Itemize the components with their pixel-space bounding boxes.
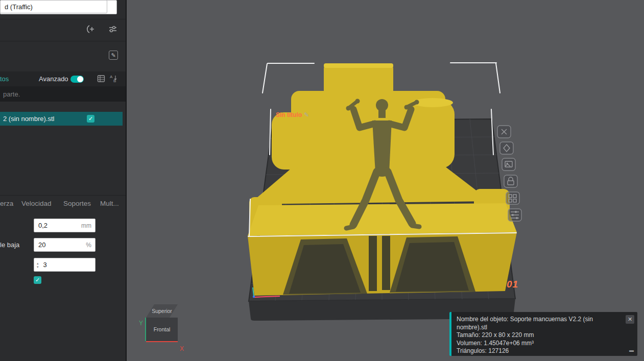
toggle-knob bbox=[77, 76, 83, 82]
model-base-top bbox=[248, 203, 517, 236]
info-object-volume: Volumen: 1.45047e+06 mm³ bbox=[457, 340, 622, 348]
object-list-item[interactable]: 2 (sin nombre).stl ✓ bbox=[0, 112, 123, 126]
delete-plate-button[interactable] bbox=[497, 126, 511, 138]
stepper-arrows[interactable]: ▴ ▾ bbox=[34, 261, 40, 269]
process-tabs: erza Velocidad Soportes Mult... bbox=[0, 200, 126, 211]
navcube-top-face[interactable]: Superior bbox=[146, 304, 178, 318]
search-placeholder: parte. bbox=[0, 90, 20, 98]
edit-plate-name-icon[interactable]: ✎ bbox=[304, 111, 309, 118]
table-icon bbox=[97, 75, 105, 83]
pencil-icon: ✎ bbox=[111, 53, 115, 58]
divider bbox=[0, 41, 126, 41]
info-object-name: Nombre del objeto: Soporte mancuernas V2… bbox=[457, 316, 622, 331]
check-icon: ✓ bbox=[35, 277, 40, 283]
info-close-button[interactable]: ✕ bbox=[626, 315, 634, 324]
add-plate-icon bbox=[85, 24, 96, 34]
x-axis-label: X bbox=[180, 345, 184, 352]
plate-settings-button[interactable] bbox=[508, 209, 521, 221]
param2-label: le baja bbox=[0, 241, 19, 249]
sort-ab-button[interactable]: A B bbox=[109, 74, 118, 83]
filament-input[interactable]: d (Traffic) bbox=[0, 0, 107, 13]
plate-image-button[interactable] bbox=[502, 158, 515, 171]
navcube-front-face[interactable]: Frontal bbox=[146, 318, 178, 341]
info-object-triangles: Triángulos: 127126 bbox=[457, 347, 622, 355]
tab-speed[interactable]: Velocidad bbox=[21, 200, 52, 207]
tab-multimaterial[interactable]: Mult... bbox=[100, 200, 119, 207]
svg-text:A: A bbox=[110, 75, 113, 79]
param-enable-checkbox[interactable]: ✓ bbox=[34, 276, 41, 284]
param3-value: 3 bbox=[40, 261, 95, 269]
y-axis-line bbox=[145, 318, 146, 341]
divider bbox=[0, 195, 126, 196]
add-plate-button[interactable] bbox=[85, 23, 96, 35]
info-object-size: Tamaño: 220 x 80 x 220 mm bbox=[457, 331, 622, 340]
model-top-highlight bbox=[324, 63, 393, 68]
lock-plate-button[interactable] bbox=[504, 175, 517, 187]
slicer-app: a PEI Texturizada d (Traffic) ✎ to bbox=[0, 0, 644, 361]
sliders-icon bbox=[108, 24, 118, 34]
tab-objects[interactable]: tos bbox=[0, 75, 9, 83]
stepper-down-icon[interactable]: ▾ bbox=[37, 265, 39, 269]
object-name: 2 (sin nombre).stl bbox=[0, 115, 54, 123]
navcube-front-label: Frontal bbox=[154, 326, 171, 332]
y-axis-label: Y bbox=[139, 320, 143, 327]
param1-unit: mm bbox=[81, 222, 95, 229]
check-icon: ✓ bbox=[88, 115, 93, 122]
orient-plate-button[interactable] bbox=[500, 142, 513, 154]
filter-settings-button[interactable] bbox=[107, 23, 118, 35]
viewport-3d[interactable]: Sin título✎ 01 Superior Frontal Y X Nomb… bbox=[126, 0, 644, 361]
navcube-top-label: Superior bbox=[152, 308, 172, 314]
object-visibility-checkbox[interactable]: ✓ bbox=[87, 115, 94, 123]
info-resize-handle-icon[interactable]: ▬ bbox=[629, 347, 634, 355]
advanced-toggle[interactable] bbox=[70, 76, 84, 83]
divider bbox=[0, 19, 126, 19]
objects-tabs-row: tos Avanzado A B bbox=[0, 71, 126, 86]
list-view-button[interactable] bbox=[97, 74, 106, 83]
advanced-label: Avanzado bbox=[39, 75, 68, 83]
plate-number: 01 bbox=[507, 279, 518, 290]
stepper-up-icon[interactable]: ▴ bbox=[37, 261, 39, 265]
x-axis-line bbox=[146, 341, 178, 342]
sort-az-icon: A B bbox=[109, 74, 118, 83]
filament-value: d (Traffic) bbox=[1, 3, 107, 11]
close-icon: ✕ bbox=[628, 316, 632, 322]
param3-stepper[interactable]: ▴ ▾ 3 bbox=[34, 258, 96, 272]
search-part-input[interactable]: parte. bbox=[0, 86, 126, 102]
param2-value: 20 bbox=[34, 241, 86, 249]
param1-input[interactable]: 0,2 mm bbox=[34, 219, 96, 232]
param1-value: 0,2 bbox=[34, 222, 81, 229]
param2-input[interactable]: 20 % bbox=[34, 238, 96, 252]
scene-canvas[interactable] bbox=[127, 0, 644, 361]
edit-filament-button[interactable]: ✎ bbox=[109, 51, 118, 60]
arrange-plate-button[interactable] bbox=[506, 192, 519, 204]
plate-title[interactable]: Sin título✎ bbox=[276, 111, 309, 118]
plate-title-text: Sin título bbox=[276, 111, 302, 118]
left-sidebar: a PEI Texturizada d (Traffic) ✎ to bbox=[0, 0, 126, 361]
tab-strength[interactable]: erza bbox=[0, 200, 13, 207]
object-info-panel: Nombre del objeto: Soporte mancuernas V2… bbox=[449, 312, 637, 356]
tab-supports[interactable]: Soportes bbox=[63, 200, 91, 207]
origin-point bbox=[253, 296, 255, 298]
navigation-cube[interactable]: Superior Frontal Y X bbox=[139, 303, 188, 354]
param2-unit: % bbox=[86, 242, 95, 249]
